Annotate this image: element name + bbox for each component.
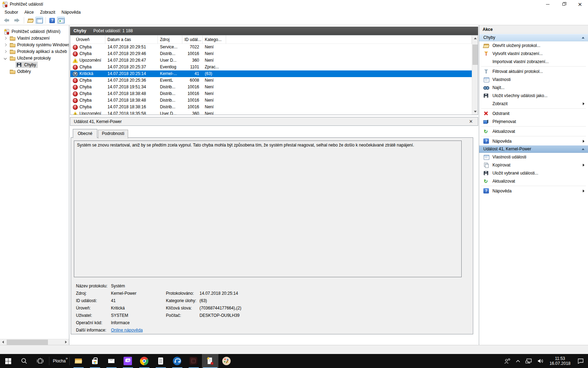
back-button[interactable] <box>2 16 11 24</box>
task-view-button[interactable] <box>32 354 48 368</box>
event-row[interactable]: Chyba14.07.2018 20:25:37Eventlog1101Zpra… <box>70 64 472 70</box>
collapse-icon[interactable] <box>582 37 584 39</box>
event-row[interactable]: Upozornění14.07.2018 18:35:58User D...36… <box>70 110 472 115</box>
search-button[interactable] <box>16 354 32 368</box>
action-n-pov-da[interactable]: Nápověda <box>479 187 588 195</box>
taskbar-app-twitch[interactable] <box>120 354 136 368</box>
taskbar-divider <box>69 357 70 365</box>
chevron-right-icon[interactable] <box>2 44 8 46</box>
scroll-down-button[interactable] <box>472 109 478 115</box>
tree-item-prohl-e-ud-lost-m-stn[interactable]: Prohlížeč událostí (Místní) <box>0 28 69 35</box>
restore-button[interactable] <box>556 0 572 8</box>
column-header-zdroj[interactable]: Zdroj <box>158 35 182 44</box>
network-button[interactable] <box>523 354 535 368</box>
action-importovat-vlastn-zobrazen[interactable]: Importovat vlastní zobrazení... <box>479 57 588 66</box>
taskbar-app-calculator[interactable] <box>153 354 169 368</box>
column-header-id-ud-l[interactable]: ID udál... <box>182 35 203 44</box>
action-filtrovat-aktu-ln-protokol[interactable]: Filtrovat aktuální protokol... <box>479 67 588 75</box>
clock[interactable]: 11:53 16.07.2018 <box>547 356 573 366</box>
action-vlastnosti-ud-losti[interactable]: Vlastnosti události <box>479 153 588 161</box>
tree-item-vlastn-zobrazen[interactable]: Vlastní zobrazení <box>0 35 69 41</box>
action-aktualizovat[interactable]: Aktualizovat <box>479 177 588 185</box>
taskbar-app-store[interactable] <box>87 354 103 368</box>
desktop-toolbar[interactable]: Plocha » <box>50 354 69 368</box>
event-row[interactable]: Chyba14.07.2018 20:25:36EventL6008Není <box>70 77 472 84</box>
toolbar-separator <box>24 17 24 23</box>
action-section-chyby[interactable]: Chyby <box>479 34 588 41</box>
preview-close-icon[interactable]: ✕ <box>468 119 474 124</box>
menu-soubor[interactable]: Soubor <box>1 9 21 15</box>
column-header-rove[interactable]: Úroveň <box>70 35 105 44</box>
menu-akce[interactable]: Akce <box>21 9 37 15</box>
menu-zobrazit[interactable]: Zobrazit <box>37 9 58 15</box>
menu-n-pov-da[interactable]: Nápověda <box>58 9 84 15</box>
tree-item-ulo-en-protokoly[interactable]: Uložené protokoly <box>0 55 69 61</box>
event-row[interactable]: Upozornění14.07.2018 20:26:47User D...36… <box>70 57 472 64</box>
minimize-button[interactable] <box>540 0 556 8</box>
event-row[interactable]: Chyba14.07.2018 20:29:51Service...7022Ne… <box>70 44 472 50</box>
action-p-ejmenovat[interactable]: Přejmenovat <box>479 117 588 125</box>
scrollbar-track[interactable] <box>6 339 63 345</box>
online-help-link[interactable]: Online nápověda <box>111 328 166 333</box>
chevron-down-icon[interactable] <box>2 57 8 59</box>
event-row[interactable]: Kritická14.07.2018 20:25:14Kernel-...41(… <box>70 70 472 77</box>
action-section-ud-lost-41-kernel-power[interactable]: Událost 41, Kernel-Power <box>479 145 588 153</box>
show-hidden-icons-button[interactable] <box>513 354 523 368</box>
event-row[interactable]: Chyba14.07.2018 18:38:48Distrib...10016N… <box>70 97 472 104</box>
submenu-arrow-icon <box>583 190 584 192</box>
action-aktualizovat[interactable]: Aktualizovat <box>479 127 588 135</box>
action-vytvo-it-vlastn-zobrazen[interactable]: Vytvořit vlastní zobrazení... <box>479 49 588 57</box>
taskbar-app-paint[interactable] <box>218 354 235 368</box>
taskbar-app-headset[interactable] <box>169 354 186 368</box>
tree-item-protokoly-syst-mu-windows[interactable]: Protokoly systému Windows <box>0 41 69 48</box>
action-odstranit[interactable]: Odstranit <box>479 109 588 117</box>
scroll-up-button[interactable] <box>472 35 478 41</box>
chevron-right-icon[interactable] <box>2 37 8 39</box>
action-naj-t[interactable]: Najít... <box>479 83 588 91</box>
column-header-katego[interactable]: Katego... <box>203 35 226 44</box>
taskbar-app-event-viewer[interactable] <box>202 354 218 368</box>
people-button[interactable] <box>502 354 513 368</box>
taskbar-app-file-explorer[interactable] <box>70 354 87 368</box>
cell-level: Chyba <box>70 44 105 50</box>
taskbar-app-chrome[interactable] <box>136 354 153 368</box>
action-vlastnosti[interactable]: Vlastnosti <box>479 75 588 83</box>
action-zobrazit[interactable]: Zobrazit <box>479 100 588 108</box>
tree-item-protokoly-aplikac-a-slu-eb[interactable]: Protokoly aplikací a služeb <box>0 48 69 55</box>
tree-item-label: Odběry <box>16 69 31 74</box>
taskbar-app-game[interactable] <box>186 354 202 368</box>
event-description-box[interactable]: Systém se znovu restartoval, aniž by se … <box>74 141 462 277</box>
action-pane-toggle[interactable] <box>57 17 65 24</box>
action-ulo-it-vybran-ud-losti[interactable]: Uložit vybrané události... <box>479 169 588 177</box>
action-kop-rovat[interactable]: Kopírovat <box>479 161 588 169</box>
scrollbar-thumb[interactable] <box>472 45 478 65</box>
forward-button[interactable] <box>12 16 21 24</box>
tree-item-odb-ry[interactable]: Odběry <box>0 68 69 75</box>
scroll-left-button[interactable] <box>0 339 6 345</box>
event-row[interactable]: Chyba14.07.2018 18:38:48Distrib...10016N… <box>70 90 472 97</box>
tree-item-chyby[interactable]: Chyby <box>0 61 69 68</box>
scrollbar-thumb[interactable] <box>7 340 48 345</box>
open-saved-log-button[interactable] <box>27 16 34 24</box>
action-ulo-it-v-echny-ud-losti-jako[interactable]: Uložit všechny události jako... <box>479 91 588 100</box>
scroll-right-button[interactable] <box>63 339 69 345</box>
tab-podrobnosti[interactable]: Podrobnosti <box>98 130 128 138</box>
event-row[interactable]: Chyba14.07.2018 18:38:16Distrib...10016N… <box>70 104 472 110</box>
start-button[interactable] <box>0 354 16 368</box>
collapse-icon[interactable] <box>582 148 584 150</box>
action-otev-t-ulo-en-protokol[interactable]: Otevřít uložený protokol... <box>479 41 588 49</box>
chevron-right-icon[interactable] <box>2 50 8 53</box>
console-tree-toggle[interactable] <box>35 17 43 24</box>
taskbar-app-mail[interactable] <box>103 354 120 368</box>
column-header-datum-a-as[interactable]: Datum a čas <box>105 35 158 44</box>
action-n-pov-da[interactable]: Nápověda <box>479 137 588 145</box>
tree-horizontal-scrollbar[interactable] <box>0 339 69 345</box>
tab-obecn[interactable]: Obecné <box>73 129 97 138</box>
volume-button[interactable] <box>535 354 547 368</box>
event-row[interactable]: Chyba14.07.2018 19:51:34Distrib...10016N… <box>70 84 472 90</box>
action-center-button[interactable] <box>573 354 588 368</box>
help-button[interactable] <box>48 17 56 24</box>
event-row[interactable]: Chyba14.07.2018 20:29:46Distrib...10016N… <box>70 50 472 57</box>
close-button[interactable]: ✕ <box>572 0 588 8</box>
event-list-scrollbar[interactable] <box>472 35 478 115</box>
